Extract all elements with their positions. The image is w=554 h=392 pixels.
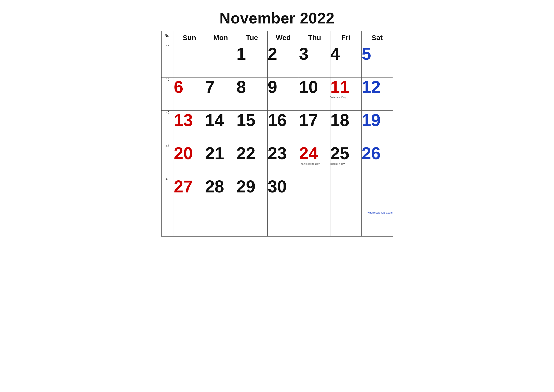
day-cell (361, 177, 393, 210)
week-number: 48 (161, 177, 174, 210)
header-fri: Fri (330, 31, 361, 44)
day-cell: 30 (268, 177, 299, 210)
day-number: 9 (268, 78, 299, 96)
calendar-container: November 2022 No. Sun Mon Tue Wed Thu Fr… (161, 5, 393, 237)
day-number: 14 (205, 112, 236, 129)
watermark: wheniscalendars.com (367, 211, 393, 214)
day-number: 1 (236, 45, 267, 62)
day-cell (174, 44, 205, 77)
day-cell: 14 (205, 111, 236, 144)
day-cell: 21 (205, 144, 236, 177)
day-cell: 4 (330, 44, 361, 77)
day-number: 11 (330, 78, 361, 96)
day-cell: 3 (299, 44, 330, 77)
day-cell: 24Thanksgiving Day (299, 144, 330, 177)
week-row-3: 4613141516171819 (161, 111, 393, 144)
day-number: 19 (362, 112, 393, 129)
day-cell: 10 (299, 77, 330, 111)
header-mon: Mon (205, 31, 236, 44)
day-cell (330, 177, 361, 210)
week-row-1: 4412345 (161, 44, 393, 77)
day-cell: 9 (268, 77, 299, 111)
week-number: 44 (161, 44, 174, 77)
day-number: 27 (174, 178, 205, 195)
day-cell: 17 (299, 111, 330, 144)
header-no: No. (161, 31, 174, 44)
day-cell: 25Black Friday (330, 144, 361, 177)
day-cell (205, 210, 236, 236)
calendar-table: No. Sun Mon Tue Wed Thu Fri Sat 44123454… (161, 31, 393, 237)
day-cell: 7 (205, 77, 236, 111)
day-number: 15 (236, 112, 267, 129)
week-row-6: wheniscalendars.com (161, 210, 393, 236)
day-cell: 5 (361, 44, 393, 77)
day-number: 10 (299, 78, 330, 96)
header-sat: Sat (361, 31, 393, 44)
day-cell (330, 210, 361, 236)
calendar-title: November 2022 (161, 5, 393, 31)
day-cell: 2 (268, 44, 299, 77)
day-number: 23 (268, 145, 299, 162)
day-cell: 23 (268, 144, 299, 177)
day-number: 16 (268, 112, 299, 129)
day-cell (299, 210, 330, 236)
week-number: 46 (161, 111, 174, 144)
day-number: 6 (174, 78, 205, 96)
week-row-5: 4827282930 (161, 177, 393, 210)
day-number: 8 (236, 78, 267, 96)
day-number: 4 (330, 45, 361, 62)
header-row: No. Sun Mon Tue Wed Thu Fri Sat (161, 31, 393, 44)
day-number: 26 (362, 145, 393, 162)
header-thu: Thu (299, 31, 330, 44)
day-number: 29 (236, 178, 267, 195)
day-number: 17 (299, 112, 330, 129)
day-number: 21 (205, 145, 236, 162)
day-cell: 13 (174, 111, 205, 144)
day-number: 30 (268, 178, 299, 195)
day-cell: 11Veterans Day (330, 77, 361, 111)
header-sun: Sun (174, 31, 205, 44)
week-number: 47 (161, 144, 174, 177)
holiday-label: Veterans Day (330, 96, 361, 99)
week-row-4: 472021222324Thanksgiving Day25Black Frid… (161, 144, 393, 177)
day-cell (205, 44, 236, 77)
day-cell (299, 177, 330, 210)
day-cell (174, 210, 205, 236)
day-cell: 19 (361, 111, 393, 144)
week-row-2: 4567891011Veterans Day12 (161, 77, 393, 111)
day-number: 7 (205, 78, 236, 96)
day-cell: 20 (174, 144, 205, 177)
day-number: 22 (236, 145, 267, 162)
day-cell: 8 (236, 77, 268, 111)
day-number: 24 (299, 145, 330, 162)
day-cell: 6 (174, 77, 205, 111)
day-cell: 18 (330, 111, 361, 144)
day-cell: 22 (236, 144, 268, 177)
day-number: 28 (205, 178, 236, 195)
day-cell (236, 210, 268, 236)
header-wed: Wed (268, 31, 299, 44)
day-cell: 12 (361, 77, 393, 111)
day-number: 5 (362, 45, 393, 62)
day-cell: 27 (174, 177, 205, 210)
day-number: 12 (362, 78, 393, 96)
day-number: 18 (330, 112, 361, 129)
day-number: 20 (174, 145, 205, 162)
day-number: 2 (268, 45, 299, 62)
day-cell: 15 (236, 111, 268, 144)
day-cell: 28 (205, 177, 236, 210)
week-number (161, 210, 174, 236)
day-cell (268, 210, 299, 236)
day-number: 13 (174, 112, 205, 129)
day-cell: wheniscalendars.com (361, 210, 393, 236)
day-cell: 29 (236, 177, 268, 210)
holiday-label: Thanksgiving Day (299, 162, 330, 165)
day-number: 3 (299, 45, 330, 62)
day-cell: 1 (236, 44, 268, 77)
week-number: 45 (161, 77, 174, 111)
header-tue: Tue (236, 31, 268, 44)
day-cell: 16 (268, 111, 299, 144)
day-cell: 26 (361, 144, 393, 177)
day-number: 25 (330, 145, 361, 162)
